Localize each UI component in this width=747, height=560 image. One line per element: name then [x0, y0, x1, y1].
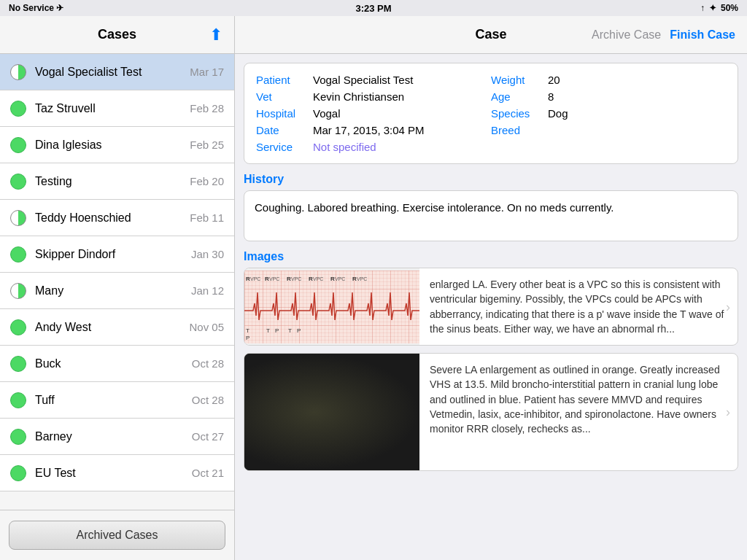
history-header: History — [244, 173, 738, 186]
case-list-item[interactable]: Vogal Specialist TestMar 17 — [0, 54, 234, 90]
bluetooth-icon: ✦ — [709, 3, 716, 13]
status-dot — [10, 429, 26, 445]
case-list-item[interactable]: TuffOct 28 — [0, 382, 234, 419]
image-card-xray[interactable]: LA 7 3 +6.2 VHS=13.5 1 2 3 4 5 6 7 8 Sev… — [244, 353, 738, 471]
xray-thumbnail: LA 7 3 +6.2 VHS=13.5 1 2 3 4 5 6 7 8 — [244, 354, 419, 470]
case-list-item[interactable]: BuckOct 28 — [0, 346, 234, 382]
finish-case-button[interactable]: Finish Case — [670, 28, 735, 42]
ecg-description: enlarged LA. Every other beat is a VPC s… — [419, 268, 738, 345]
case-title: Case — [475, 27, 506, 42]
breed-label: Breed — [491, 124, 542, 136]
signal-status: No Service ✈ — [9, 3, 63, 13]
main-container: Cases ⬆ Vogal Specialist TestMar 17Taz S… — [0, 16, 747, 560]
svg-text:VPC: VPC — [250, 276, 260, 281]
ecg-svg: R VPC T P R VPC T P R VPC T P — [244, 271, 419, 343]
date-row: Date Mar 17, 2015, 3:04 PM — [256, 124, 491, 136]
status-dot — [10, 283, 26, 299]
case-name: Taz Struvell — [35, 102, 190, 115]
header-actions: Archive Case Finish Case — [592, 28, 735, 42]
arrow-icon: ↑ — [700, 3, 705, 13]
history-text: Coughing. Labored breathing. Exercise in… — [244, 190, 738, 241]
status-dot — [10, 64, 26, 80]
age-label: Age — [491, 90, 542, 103]
case-name: Dina Iglesias — [35, 139, 190, 152]
svg-text:VPC: VPC — [291, 276, 301, 281]
weight-label: Weight — [491, 74, 542, 86]
status-dot — [10, 101, 26, 117]
case-date: Feb 11 — [190, 211, 224, 224]
chevron-right-icon-2: › — [726, 405, 730, 420]
battery-status: 50% — [721, 3, 738, 13]
share-icon[interactable]: ⬆ — [209, 26, 222, 44]
info-grid: Patient Vogal Specialist Test Vet Kevin … — [256, 74, 726, 153]
breed-row: Breed — [491, 124, 726, 136]
status-dot — [10, 210, 26, 226]
left-panel: Cases ⬆ Vogal Specialist TestMar 17Taz S… — [0, 16, 235, 560]
svg-text:VPC: VPC — [269, 276, 279, 281]
case-name: Buck — [35, 357, 192, 370]
chevron-right-icon: › — [726, 299, 730, 314]
case-date: Oct 21 — [192, 467, 224, 479]
case-name: Many — [35, 284, 191, 298]
case-name: Barney — [35, 430, 192, 443]
patient-value: Vogal Specialist Test — [313, 74, 413, 86]
vet-value: Kevin Christiansen — [313, 90, 404, 103]
clock: 3:23 PM — [355, 3, 391, 14]
case-list-item[interactable]: ManyJan 12 — [0, 273, 234, 309]
image-card-ecg[interactable]: R VPC T P R VPC T P R VPC T P — [244, 268, 738, 346]
case-date: Jan 12 — [191, 284, 224, 297]
status-dot — [10, 174, 26, 190]
svg-text:T: T — [246, 327, 249, 334]
case-date: Feb 20 — [190, 175, 224, 187]
patient-label: Patient — [256, 74, 307, 86]
case-name: Testing — [35, 175, 190, 188]
left-header: Cases ⬆ — [0, 16, 234, 54]
status-dot — [10, 356, 26, 372]
case-date: Oct 28 — [192, 394, 224, 406]
case-name: Skipper Dindorf — [35, 248, 191, 261]
case-list-item[interactable]: Taz StruvellFeb 28 — [0, 90, 234, 127]
service-row: Service Not specified — [256, 141, 491, 153]
case-list-item[interactable]: EU TestOct 21 — [0, 455, 234, 491]
images-header: Images — [244, 250, 738, 263]
hospital-row: Hospital Vogal — [256, 107, 491, 120]
case-name: Teddy Hoenschied — [35, 211, 190, 225]
svg-text:P: P — [246, 335, 249, 341]
vet-row: Vet Kevin Christiansen — [256, 90, 491, 103]
hospital-value: Vogal — [313, 107, 341, 120]
case-list-item[interactable]: BarneyOct 27 — [0, 419, 234, 455]
case-name: Tuff — [35, 394, 192, 407]
svg-text:T: T — [266, 327, 270, 334]
archive-case-button[interactable]: Archive Case — [592, 28, 661, 42]
case-name: Vogal Specialist Test — [35, 66, 190, 79]
xray-description: Severe LA enlargement as outlined in ora… — [419, 354, 738, 470]
case-list-item[interactable]: Teddy HoenschiedFeb 11 — [0, 200, 234, 236]
archived-cases-button[interactable]: Archived Cases — [9, 521, 225, 550]
ecg-background: R VPC T P R VPC T P R VPC T P — [244, 271, 419, 343]
xray-background: LA 7 3 +6.2 VHS=13.5 1 2 3 4 5 6 7 8 — [244, 354, 419, 470]
info-left-col: Patient Vogal Specialist Test Vet Kevin … — [256, 74, 491, 153]
cases-list: Vogal Specialist TestMar 17Taz StruvellF… — [0, 54, 234, 510]
archived-btn-container: Archived Cases — [0, 510, 234, 560]
case-content: Patient Vogal Specialist Test Vet Kevin … — [235, 54, 747, 560]
age-value: 8 — [548, 90, 554, 103]
case-list-item[interactable]: Andy WestNov 05 — [0, 309, 234, 346]
weight-row: Weight 20 — [491, 74, 726, 86]
svg-text:P: P — [275, 327, 279, 334]
status-dot — [10, 137, 26, 153]
status-bar: No Service ✈ 3:23 PM ↑ ✦ 50% — [0, 0, 747, 16]
status-dot — [10, 465, 26, 481]
date-value: Mar 17, 2015, 3:04 PM — [313, 124, 425, 136]
species-label: Species — [491, 107, 542, 120]
case-list-item[interactable]: Skipper DindorfJan 30 — [0, 236, 234, 273]
svg-text:VPC: VPC — [357, 276, 367, 281]
status-right: ↑ ✦ 50% — [700, 3, 738, 13]
case-list-item[interactable]: TestingFeb 20 — [0, 163, 234, 200]
case-name: Andy West — [35, 321, 189, 334]
svg-text:VPC: VPC — [313, 276, 323, 281]
hospital-label: Hospital — [256, 107, 307, 120]
species-row: Species Dog — [491, 107, 726, 120]
case-date: Mar 17 — [190, 66, 224, 78]
svg-text:P: P — [297, 327, 301, 334]
case-list-item[interactable]: Dina IglesiasFeb 25 — [0, 127, 234, 163]
